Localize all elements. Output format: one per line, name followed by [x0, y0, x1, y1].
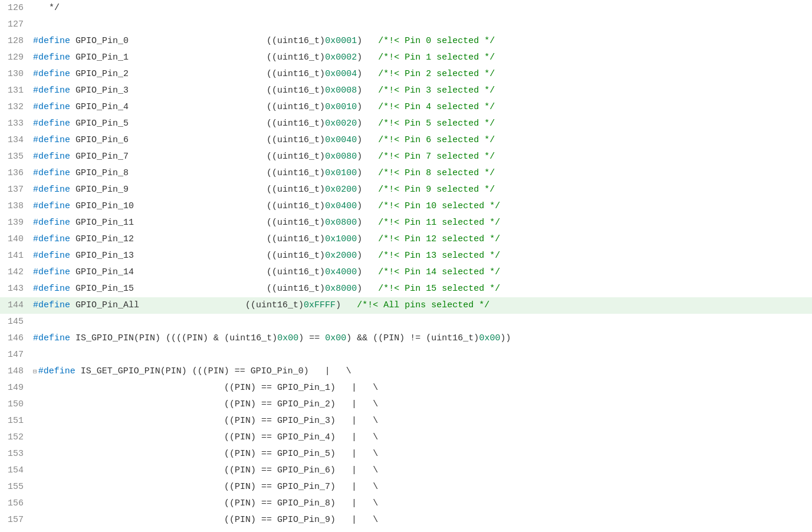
line-number: 153 [0, 446, 31, 462]
code-line: 130#define GPIO_Pin_2 ((uint16_t)0x0004)… [0, 66, 812, 83]
code-line: 144#define GPIO_Pin_All ((uint16_t)0xFFF… [0, 297, 812, 314]
line-number: 140 [0, 231, 31, 248]
code-content: #define GPIO_Pin_14 ((uint16_t)0x4000) /… [31, 264, 812, 281]
line-number: 132 [0, 99, 31, 116]
code-editor: 126 */127128#define GPIO_Pin_0 ((uint16_… [0, 0, 812, 532]
line-number: 146 [0, 330, 31, 347]
code-content: ((PIN) == GPIO_Pin_3) | \ [31, 413, 812, 429]
code-content: #define GPIO_Pin_7 ((uint16_t)0x0080) /*… [31, 149, 812, 165]
code-line: 138#define GPIO_Pin_10 ((uint16_t)0x0400… [0, 198, 812, 215]
line-number: 147 [0, 347, 31, 363]
code-content: #define GPIO_Pin_1 ((uint16_t)0x0002) /*… [31, 50, 812, 66]
code-line: 136#define GPIO_Pin_8 ((uint16_t)0x0100)… [0, 165, 812, 182]
code-content: ((PIN) == GPIO_Pin_4) | \ [31, 429, 812, 446]
code-content: #define GPIO_Pin_8 ((uint16_t)0x0100) /*… [31, 165, 812, 182]
line-number: 131 [0, 83, 31, 99]
code-content: #define GPIO_Pin_10 ((uint16_t)0x0400) /… [31, 198, 812, 215]
line-number: 141 [0, 248, 31, 264]
line-number: 157 [0, 512, 31, 528]
line-number: 145 [0, 314, 31, 330]
code-line: 132#define GPIO_Pin_4 ((uint16_t)0x0010)… [0, 99, 812, 116]
code-content: #define IS_GPIO_PIN(PIN) ((((PIN) & (uin… [31, 330, 812, 347]
code-content: ((PIN) == GPIO_Pin_7) | \ [31, 479, 812, 495]
code-line: 135#define GPIO_Pin_7 ((uint16_t)0x0080)… [0, 149, 812, 165]
line-number: 135 [0, 149, 31, 165]
code-line: 133#define GPIO_Pin_5 ((uint16_t)0x0020)… [0, 116, 812, 132]
code-content: #define GPIO_Pin_2 ((uint16_t)0x0004) /*… [31, 66, 812, 83]
code-line: 126 */ [0, 0, 812, 17]
code-content: #define GPIO_Pin_3 ((uint16_t)0x0008) /*… [31, 83, 812, 99]
line-number: 148 [0, 363, 31, 380]
code-line: 155 ((PIN) == GPIO_Pin_7) | \ [0, 479, 812, 495]
code-content: ((PIN) == GPIO_Pin_9) | \ [31, 512, 812, 528]
line-number: 150 [0, 396, 31, 413]
code-line: 152 ((PIN) == GPIO_Pin_4) | \ [0, 429, 812, 446]
code-line: 158 ((PIN) == GPIO_Pin_10) | \ [0, 528, 812, 532]
line-number: 156 [0, 495, 31, 512]
line-number: 126 [0, 0, 31, 17]
code-content: #define GPIO_Pin_13 ((uint16_t)0x2000) /… [31, 248, 812, 264]
line-number: 154 [0, 462, 31, 479]
code-content: #define GPIO_Pin_4 ((uint16_t)0x0010) /*… [31, 99, 812, 116]
code-line: 142#define GPIO_Pin_14 ((uint16_t)0x4000… [0, 264, 812, 281]
code-content: ((PIN) == GPIO_Pin_8) | \ [31, 495, 812, 512]
line-number: 155 [0, 479, 31, 495]
code-line: 147 [0, 347, 812, 363]
line-number: 139 [0, 215, 31, 231]
line-number: 129 [0, 50, 31, 66]
code-line: 148⊟#define IS_GET_GPIO_PIN(PIN) (((PIN)… [0, 363, 812, 380]
line-number: 142 [0, 264, 31, 281]
line-number: 133 [0, 116, 31, 132]
code-content: ((PIN) == GPIO_Pin_6) | \ [31, 462, 812, 479]
code-content: #define GPIO_Pin_6 ((uint16_t)0x0040) /*… [31, 132, 812, 149]
code-content: ((PIN) == GPIO_Pin_5) | \ [31, 446, 812, 462]
code-content: ((PIN) == GPIO_Pin_10) | \ [31, 528, 812, 532]
code-content: #define GPIO_Pin_0 ((uint16_t)0x0001) /*… [31, 33, 812, 50]
line-number: 136 [0, 165, 31, 182]
code-content: #define GPIO_Pin_5 ((uint16_t)0x0020) /*… [31, 116, 812, 132]
code-content: #define GPIO_Pin_12 ((uint16_t)0x1000) /… [31, 231, 812, 248]
code-content: #define GPIO_Pin_9 ((uint16_t)0x0200) /*… [31, 182, 812, 198]
line-number: 137 [0, 182, 31, 198]
code-line: 149 ((PIN) == GPIO_Pin_1) | \ [0, 380, 812, 396]
code-content: #define GPIO_Pin_11 ((uint16_t)0x0800) /… [31, 215, 812, 231]
code-line: 150 ((PIN) == GPIO_Pin_2) | \ [0, 396, 812, 413]
code-line: 131#define GPIO_Pin_3 ((uint16_t)0x0008)… [0, 83, 812, 99]
line-number: 152 [0, 429, 31, 446]
code-line: 153 ((PIN) == GPIO_Pin_5) | \ [0, 446, 812, 462]
code-line: 151 ((PIN) == GPIO_Pin_3) | \ [0, 413, 812, 429]
line-number: 158 [0, 528, 31, 532]
code-line: 139#define GPIO_Pin_11 ((uint16_t)0x0800… [0, 215, 812, 231]
code-line: 146#define IS_GPIO_PIN(PIN) ((((PIN) & (… [0, 330, 812, 347]
line-number: 134 [0, 132, 31, 149]
code-line: 129#define GPIO_Pin_1 ((uint16_t)0x0002)… [0, 50, 812, 66]
code-line: 143#define GPIO_Pin_15 ((uint16_t)0x8000… [0, 281, 812, 297]
code-line: 157 ((PIN) == GPIO_Pin_9) | \ [0, 512, 812, 528]
line-number: 143 [0, 281, 31, 297]
code-line: 134#define GPIO_Pin_6 ((uint16_t)0x0040)… [0, 132, 812, 149]
code-line: 156 ((PIN) == GPIO_Pin_8) | \ [0, 495, 812, 512]
code-content: ⊟#define IS_GET_GPIO_PIN(PIN) (((PIN) ==… [31, 363, 812, 380]
code-line: 145 [0, 314, 812, 330]
line-number: 128 [0, 33, 31, 50]
code-line: 127 [0, 17, 812, 33]
code-line: 141#define GPIO_Pin_13 ((uint16_t)0x2000… [0, 248, 812, 264]
code-content: ((PIN) == GPIO_Pin_2) | \ [31, 396, 812, 413]
code-line: 140#define GPIO_Pin_12 ((uint16_t)0x1000… [0, 231, 812, 248]
line-number: 127 [0, 17, 31, 33]
line-number: 144 [0, 297, 31, 314]
line-number: 151 [0, 413, 31, 429]
code-content: #define GPIO_Pin_15 ((uint16_t)0x8000) /… [31, 281, 812, 297]
code-line: 128#define GPIO_Pin_0 ((uint16_t)0x0001)… [0, 33, 812, 50]
code-line: 154 ((PIN) == GPIO_Pin_6) | \ [0, 462, 812, 479]
code-content: */ [31, 0, 812, 17]
code-content: #define GPIO_Pin_All ((uint16_t)0xFFFF) … [31, 297, 812, 314]
line-number: 149 [0, 380, 31, 396]
code-content: ((PIN) == GPIO_Pin_1) | \ [31, 380, 812, 396]
line-number: 138 [0, 198, 31, 215]
code-line: 137#define GPIO_Pin_9 ((uint16_t)0x0200)… [0, 182, 812, 198]
line-number: 130 [0, 66, 31, 83]
